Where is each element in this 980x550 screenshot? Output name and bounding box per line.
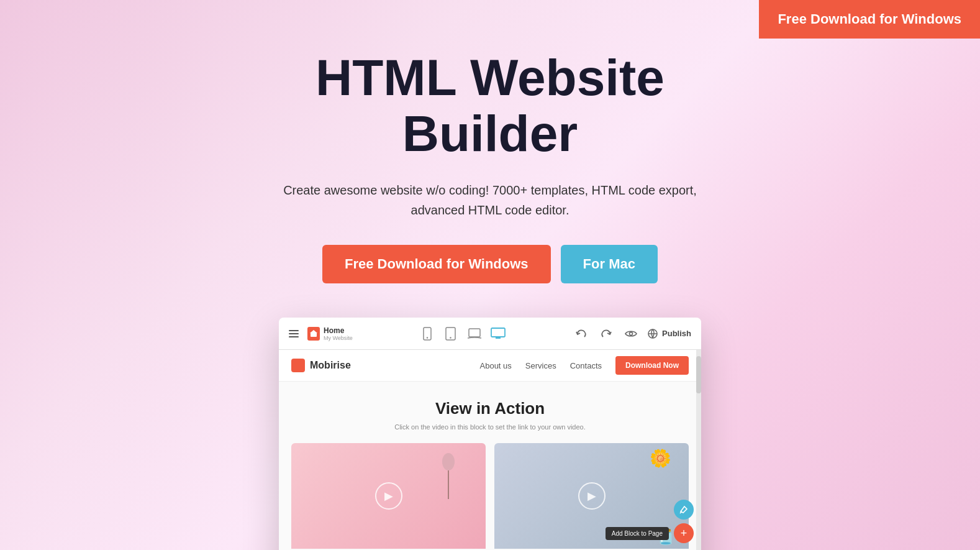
app-nav: Mobirise About us Services Contacts Down… xyxy=(279,350,701,382)
edit-fab-button[interactable] xyxy=(674,500,694,520)
app-window-mockup: Home My Website xyxy=(279,318,701,550)
heading-line2: Builder xyxy=(402,105,578,162)
svg-rect-0 xyxy=(311,332,317,337)
toolbar-center xyxy=(419,327,507,341)
app-nav-brand: Mobirise xyxy=(291,359,351,372)
laptop-view-icon[interactable] xyxy=(466,327,483,341)
app-scrollbar[interactable] xyxy=(696,350,701,550)
toolbar-right: Publish xyxy=(573,325,691,342)
home-icon xyxy=(307,327,320,341)
toolbar-left: Home My Website xyxy=(289,326,353,341)
redo-button[interactable] xyxy=(597,325,615,342)
preview-button[interactable] xyxy=(622,325,640,342)
download-windows-button[interactable]: Free Download for Windows xyxy=(322,245,551,283)
add-block-tooltip: Add Block to Page xyxy=(606,527,669,540)
add-block-row: Add Block to Page + xyxy=(606,523,694,543)
download-mac-button[interactable]: For Mac xyxy=(561,245,658,283)
top-download-button[interactable]: Free Download for Windows xyxy=(759,0,980,39)
video-thumb-1[interactable]: ▶ xyxy=(291,443,486,549)
video-card-1: ▶ Video Description xyxy=(291,443,486,550)
home-tab-text: Home My Website xyxy=(324,326,353,341)
home-tab[interactable]: Home My Website xyxy=(307,326,353,341)
desktop-view-icon[interactable] xyxy=(489,327,507,341)
svg-marker-1 xyxy=(310,330,317,333)
hero-heading: HTML Website Builder xyxy=(315,50,665,162)
svg-point-8 xyxy=(630,332,633,335)
brand-name: Mobirise xyxy=(310,360,351,371)
tab-title: Home xyxy=(324,326,353,335)
publish-label: Publish xyxy=(662,329,691,338)
nav-link-about[interactable]: About us xyxy=(480,361,512,370)
add-fab-button[interactable]: + xyxy=(674,523,694,543)
publish-button[interactable]: Publish xyxy=(647,329,691,339)
svg-rect-6 xyxy=(469,329,480,337)
nav-link-services[interactable]: Services xyxy=(525,361,556,370)
hero-subtext: Create awesome website w/o coding! 7000+… xyxy=(273,180,707,220)
brand-icon xyxy=(291,359,305,372)
scrollbar-thumb xyxy=(696,356,701,393)
tablet-view-icon[interactable] xyxy=(442,327,460,341)
main-content: HTML Website Builder Create awesome webs… xyxy=(0,0,980,550)
undo-button[interactable] xyxy=(573,325,590,342)
tab-sub: My Website xyxy=(324,335,353,341)
fab-container: Add Block to Page + xyxy=(606,500,694,543)
play-button-2[interactable]: ▶ xyxy=(578,482,606,510)
content-subtext: Click on the video in this block to set … xyxy=(291,423,689,431)
svg-point-3 xyxy=(427,337,428,338)
flower-decoration: 🌼 xyxy=(650,448,671,469)
hamburger-icon[interactable] xyxy=(289,330,299,337)
nav-cta-button[interactable]: Download Now xyxy=(615,356,689,375)
play-button-1[interactable]: ▶ xyxy=(375,482,402,510)
svg-point-5 xyxy=(450,337,451,338)
heading-line1: HTML Website xyxy=(315,49,665,106)
svg-rect-7 xyxy=(491,328,505,337)
app-toolbar: Home My Website xyxy=(279,318,701,350)
content-heading: View in Action xyxy=(291,399,689,418)
nav-link-contacts[interactable]: Contacts xyxy=(570,361,602,370)
app-nav-links: About us Services Contacts Download Now xyxy=(480,356,689,375)
cta-row: Free Download for Windows For Mac xyxy=(322,245,658,283)
svg-point-10 xyxy=(442,453,455,470)
mobile-view-icon[interactable] xyxy=(419,327,436,341)
